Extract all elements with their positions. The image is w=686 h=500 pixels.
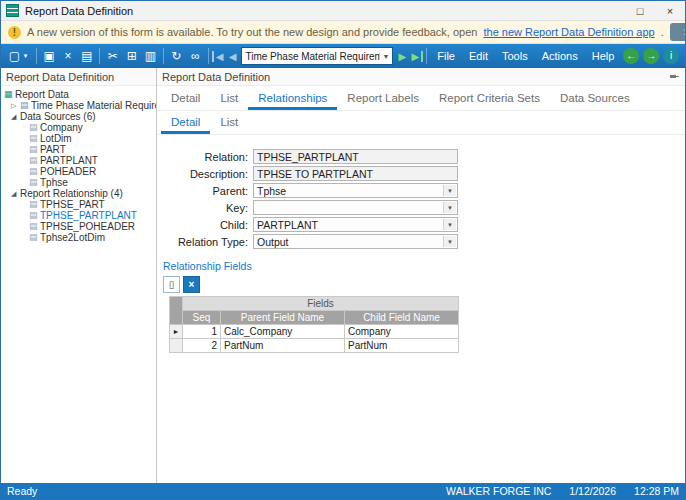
nav-next-record-icon[interactable]: ▶ — [395, 51, 409, 62]
tree-item-report-data[interactable]: ▦ Report Data — [1, 89, 156, 100]
status-text: Ready — [7, 485, 37, 497]
tree-item-tphse-partplant[interactable]: ▤ TPHSE_PARTPLANT — [1, 210, 156, 221]
menu-edit[interactable]: Edit — [462, 44, 495, 68]
row-selector[interactable] — [170, 339, 183, 353]
tree-item-report-relationship[interactable]: ◢ Report Relationship (4) — [1, 188, 156, 199]
cell-child-field[interactable]: Company — [345, 325, 459, 339]
parent-dropdown[interactable]: Tphse ▼ — [253, 183, 458, 198]
table-icon: ▤ — [29, 177, 40, 188]
nav-last-record-icon[interactable]: ▶ — [409, 51, 423, 62]
tree-item-partplant[interactable]: ▤ PARTPLANT — [1, 155, 156, 166]
history-back-icon[interactable]: ← — [623, 48, 639, 64]
column-header-parent-field-name[interactable]: Parent Field Name — [221, 311, 345, 325]
refresh-icon[interactable]: ↻ — [167, 47, 186, 66]
nav-previous-record-icon[interactable]: ◀ — [226, 51, 240, 62]
relationship-icon: ▤ — [29, 210, 40, 221]
cell-seq[interactable]: 2 — [183, 339, 221, 353]
column-header-seq[interactable]: Seq — [183, 311, 221, 325]
tree-item-time-phase-material-requirement[interactable]: ▷ ▤ Time Phase Material Requirement — [1, 100, 156, 111]
tree-item-tphse-part[interactable]: ▤ TPHSE_PART — [1, 199, 156, 210]
relationship-fields-toolbar: ▯ × — [163, 276, 685, 293]
new-icon[interactable]: ▢ — [5, 47, 24, 66]
tree-item-tphse-poheader[interactable]: ▤ TPHSE_POHEADER — [1, 221, 156, 232]
tab-data-sources[interactable]: Data Sources — [550, 88, 640, 110]
warning-icon: ! — [8, 26, 21, 39]
parent-dropdown-value: Tphse — [257, 185, 286, 197]
tab-report-criteria-sets[interactable]: Report Criteria Sets — [429, 88, 550, 110]
grid-band-header: Fields — [183, 297, 459, 311]
add-field-button[interactable]: ▯ — [163, 276, 180, 293]
chevron-down-icon[interactable]: ▼ — [379, 53, 390, 60]
subtab-list[interactable]: List — [210, 112, 248, 134]
tree-panel: Report Data Definition ▦ Report Data ▷ ▤… — [1, 68, 157, 483]
toolbar-separator — [163, 48, 164, 64]
main-tabs: Detail List Relationships Report Labels … — [157, 86, 685, 111]
column-header-child-field-name[interactable]: Child Field Name — [345, 311, 459, 325]
tab-detail[interactable]: Detail — [161, 88, 210, 110]
delete-icon[interactable]: × — [59, 47, 78, 66]
notification-suffix: . — [661, 26, 664, 38]
window-controls: □ × — [625, 1, 685, 20]
cell-child-field[interactable]: PartNum — [345, 339, 459, 353]
copy-icon[interactable]: ⊞ — [122, 47, 141, 66]
paste-icon[interactable]: ▥ — [141, 47, 160, 66]
pin-icon[interactable] — [669, 71, 680, 82]
menu-file[interactable]: File — [430, 44, 462, 68]
new-app-link[interactable]: the new Report Data Definition app — [483, 26, 654, 38]
print-icon[interactable]: ▤ — [78, 47, 97, 66]
history-forward-icon[interactable]: → — [643, 48, 659, 64]
tree-item-company[interactable]: ▤ Company — [1, 122, 156, 133]
cut-icon[interactable]: ✂ — [103, 47, 122, 66]
menu-actions[interactable]: Actions — [535, 44, 585, 68]
toolbar-separator — [99, 48, 100, 64]
delete-field-button[interactable]: × — [183, 276, 200, 293]
relationship-fields-title: Relationship Fields — [163, 260, 685, 272]
relationship-subtabs: Detail List — [157, 111, 685, 135]
cell-parent-field[interactable]: PartNum — [221, 339, 345, 353]
chevron-down-icon[interactable]: ▼ — [443, 236, 456, 247]
menu-tools[interactable]: Tools — [495, 44, 535, 68]
expand-expanded-icon[interactable]: ◢ — [11, 111, 20, 122]
chevron-down-icon[interactable]: ▼ — [443, 219, 456, 230]
chevron-down-icon[interactable]: ▼ — [443, 202, 456, 213]
tree-item-tphse2lotdim[interactable]: ▤ Tphse2LotDim — [1, 232, 156, 243]
new-dropdown-caret-icon[interactable]: ▾ — [24, 52, 33, 60]
snooze-button[interactable]: Snooze — [670, 23, 686, 41]
expand-collapsed-icon[interactable]: ▷ — [11, 100, 20, 111]
status-time: 12:28 PM — [634, 485, 679, 497]
description-field[interactable] — [253, 166, 458, 181]
toolbar-separator — [36, 48, 37, 64]
child-dropdown[interactable]: PARTPLANT ▼ — [253, 217, 458, 232]
subtab-detail[interactable]: Detail — [161, 112, 210, 134]
close-button[interactable]: × — [655, 1, 685, 20]
nav-first-record-icon[interactable]: ◀ — [212, 51, 226, 62]
tab-report-labels[interactable]: Report Labels — [337, 88, 429, 110]
menu-help[interactable]: Help — [585, 44, 622, 68]
tree-item-part[interactable]: ▤ PART — [1, 144, 156, 155]
maximize-button[interactable]: □ — [625, 1, 655, 20]
record-selector-combo[interactable]: Time Phase Material Requirement ▼ — [241, 47, 393, 65]
main-panel-title: Report Data Definition — [162, 71, 270, 83]
tree-item-data-sources[interactable]: ◢ Data Sources (6) — [1, 111, 156, 122]
cell-seq[interactable]: 1 — [183, 325, 221, 339]
table-icon: ▤ — [29, 166, 40, 177]
relation-type-dropdown[interactable]: Output ▼ — [253, 234, 458, 249]
cell-parent-field[interactable]: Calc_Company — [221, 325, 345, 339]
key-dropdown[interactable]: ▼ — [253, 200, 458, 215]
child-dropdown-value: PARTPLANT — [257, 219, 318, 231]
status-company: WALKER FORGE INC — [446, 485, 551, 497]
report-data-icon: ▦ — [4, 89, 15, 100]
info-icon[interactable]: i — [663, 48, 679, 64]
app-icon — [6, 4, 19, 17]
save-icon[interactable]: ▣ — [40, 47, 59, 66]
tree-item-lotdim[interactable]: ▤ LotDim — [1, 133, 156, 144]
tree-item-tphse[interactable]: ▤ Tphse — [1, 177, 156, 188]
row-selector-current-icon[interactable]: ► — [170, 325, 183, 339]
expand-expanded-icon[interactable]: ◢ — [11, 188, 20, 199]
tab-relationships[interactable]: Relationships — [248, 88, 337, 110]
relation-field[interactable] — [253, 149, 458, 164]
tab-list[interactable]: List — [210, 88, 248, 110]
search-icon[interactable]: ∞ — [186, 47, 205, 66]
tree-item-poheader[interactable]: ▤ POHEADER — [1, 166, 156, 177]
chevron-down-icon[interactable]: ▼ — [443, 185, 456, 196]
